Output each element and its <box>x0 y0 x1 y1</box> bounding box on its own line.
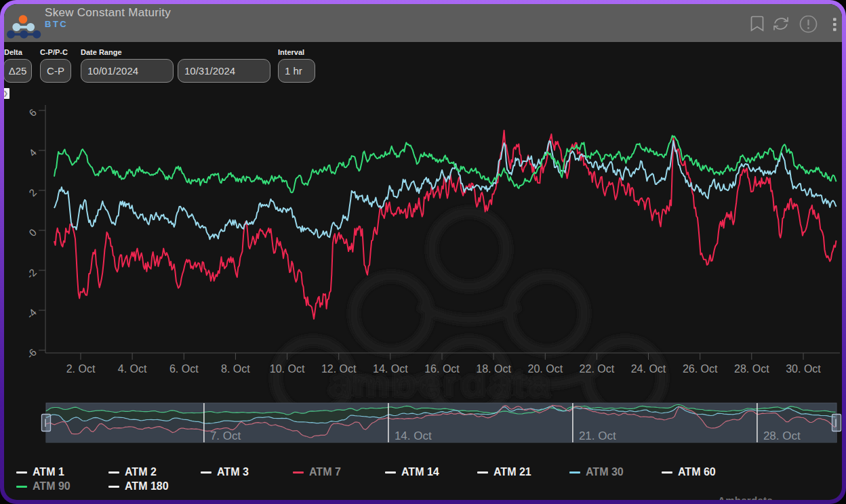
svg-text:4. Oct: 4. Oct <box>118 363 147 375</box>
svg-text:16. Oct: 16. Oct <box>424 363 460 375</box>
svg-text:24. Oct: 24. Oct <box>631 363 666 375</box>
svg-text:28. Oct: 28. Oct <box>763 429 801 442</box>
svg-text:14. Oct: 14. Oct <box>373 363 408 375</box>
svg-text:14. Oct: 14. Oct <box>395 429 432 442</box>
svg-text:22. Oct: 22. Oct <box>580 363 615 375</box>
svg-text:28. Oct: 28. Oct <box>734 363 769 375</box>
svg-text:18. Oct: 18. Oct <box>476 363 511 375</box>
svg-text:6: 6 <box>26 106 39 119</box>
svg-text:8. Oct: 8. Oct <box>221 363 250 375</box>
svg-text:26. Oct: 26. Oct <box>683 363 718 375</box>
svg-text:6. Oct: 6. Oct <box>169 363 199 375</box>
svg-text:-4: -4 <box>24 306 39 320</box>
svg-text:-6: -6 <box>24 346 39 360</box>
svg-text:-2: -2 <box>24 266 39 280</box>
svg-text:12. Oct: 12. Oct <box>321 363 357 375</box>
svg-text:30. Oct: 30. Oct <box>786 363 821 375</box>
svg-text:4: 4 <box>26 146 39 159</box>
svg-text:7. Oct: 7. Oct <box>210 429 241 442</box>
svg-text:2: 2 <box>26 186 39 198</box>
svg-text:10. Oct: 10. Oct <box>270 363 305 375</box>
svg-text:20. Oct: 20. Oct <box>528 363 563 375</box>
svg-text:2. Oct: 2. Oct <box>66 363 96 375</box>
svg-text:21. Oct: 21. Oct <box>579 429 616 442</box>
svg-text:0: 0 <box>26 226 39 238</box>
